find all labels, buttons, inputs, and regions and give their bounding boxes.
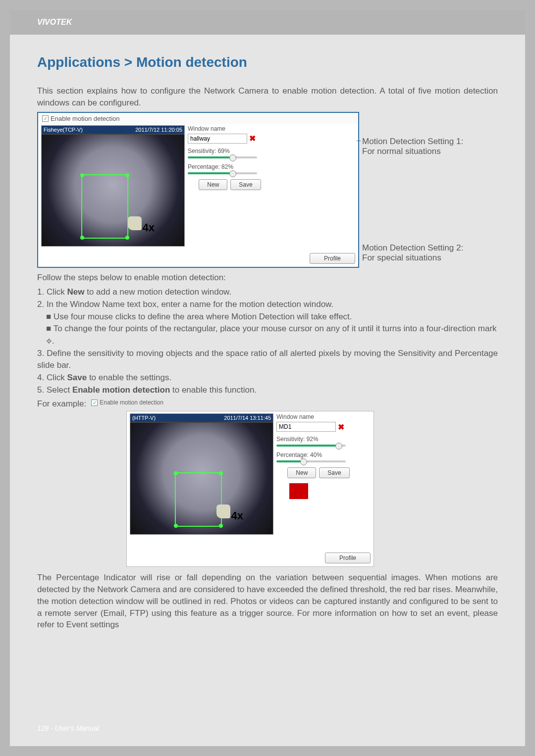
- example-label: For example:: [37, 399, 86, 409]
- sensitivity-label: Sensitivity: 69%: [188, 148, 230, 154]
- header-band: VIVOTEK: [10, 10, 525, 35]
- resize-handle-icon[interactable]: [125, 173, 129, 177]
- motion-window-rect[interactable]: [81, 174, 128, 239]
- resize-handle-icon[interactable]: [80, 173, 84, 177]
- trigger-indicator: [289, 483, 308, 499]
- window-name-row-2: ✖: [276, 422, 361, 432]
- profile-bar-2: Profile: [130, 553, 371, 563]
- profile-bar: Profile: [41, 253, 355, 264]
- section-title: Applications > Motion detection: [37, 54, 498, 70]
- camera-image-2: 4x: [130, 423, 273, 534]
- camera-image: 4x: [42, 135, 184, 246]
- sensitivity-row: Sensitivity: 69%: [188, 148, 272, 158]
- camera-view-2: (HTTP-V) 2011/7/14 13:11:45 4x: [130, 413, 273, 535]
- page-footer: 128 - User's Manual: [37, 724, 99, 732]
- intro-paragraph: This section explains how to configure t…: [37, 85, 498, 109]
- sensitivity-slider-2[interactable]: [276, 445, 346, 447]
- enable-checkbox-row: Enable motion detection: [38, 113, 358, 124]
- annotations: Motion Detection Setting 1: For normal s…: [362, 112, 498, 268]
- camera-timestamp-2: 2011/7/14 13:11:45: [224, 415, 271, 421]
- percentage-row-2: Percentage: 40%: [276, 452, 361, 462]
- sensitivity-slider[interactable]: [188, 156, 257, 158]
- camera-view: Fisheye(TCP-V) 2011/7/12 11:20:05 4x: [41, 125, 185, 247]
- screenshot1: Enable motion detection Fisheye(TCP-V) 2…: [37, 112, 359, 268]
- annotation-connector-icon: [358, 141, 360, 148]
- step-2-bullet-1: ■ Use four mouse clicks to define the ar…: [37, 311, 498, 323]
- sensitivity-row-2: Sensitivity: 92%: [276, 436, 361, 447]
- example-enable-label: Enable motion detection: [100, 399, 163, 406]
- annotation-1: Motion Detection Setting 1: For normal s…: [362, 137, 463, 156]
- camera-titlebar: Fisheye(TCP-V) 2011/7/12 11:20:05: [42, 126, 184, 134]
- resize-handle-icon[interactable]: [80, 236, 84, 240]
- step-4: 4. Click Save to enable the settings.: [37, 372, 498, 384]
- cam-area-2: (HTTP-V) 2011/7/14 13:11:45 4x: [127, 411, 374, 536]
- four-direction-icon: ✥: [46, 336, 52, 346]
- cam-area: Fisheye(TCP-V) 2011/7/12 11:20:05 4x: [38, 124, 358, 248]
- new-button-2[interactable]: New: [287, 467, 316, 478]
- checkbox-icon[interactable]: [91, 400, 98, 406]
- steps-lead: Follow the steps below to enable motion …: [37, 272, 498, 284]
- button-row: New Save: [188, 179, 272, 190]
- annotation-1-sub: For normal situations: [362, 147, 463, 156]
- annotation-connector-icon: [358, 251, 360, 258]
- brand-text: VIVOTEK: [37, 18, 72, 27]
- step-1: 1. Click New to add a new motion detecti…: [37, 286, 498, 299]
- camera-titlebar-2: (HTTP-V) 2011/7/14 13:11:45: [130, 414, 273, 422]
- sensitivity-label-2: Sensitivity: 92%: [276, 436, 319, 443]
- annotation-2: Motion Detection Setting 2: For special …: [362, 243, 463, 263]
- percentage-slider-2[interactable]: [276, 460, 346, 462]
- annotation-2-title: Motion Detection Setting 2:: [362, 243, 463, 253]
- zoom-4x-overlay-2: 4x: [231, 509, 243, 522]
- resize-handle-icon[interactable]: [174, 471, 178, 475]
- step-3: 3. Define the sensitivity to moving obje…: [37, 348, 498, 372]
- percentage-label: Percentage: 82%: [188, 163, 233, 170]
- settings-panel: Window name ✖ Sensitivity: 69% Percentag…: [188, 125, 272, 247]
- percentage-row: Percentage: 82%: [188, 163, 272, 174]
- annotation-2-sub: For special situations: [362, 253, 463, 263]
- resize-handle-icon[interactable]: [219, 524, 223, 528]
- window-name-input-2[interactable]: [276, 422, 336, 432]
- close-icon[interactable]: ✖: [249, 134, 256, 143]
- page: VIVOTEK Applications > Motion detection …: [10, 10, 525, 746]
- resize-handle-icon[interactable]: [125, 236, 129, 240]
- screenshot2: (HTTP-V) 2011/7/14 13:11:45 4x: [126, 411, 374, 567]
- checkbox-icon[interactable]: [42, 115, 49, 122]
- screenshot1-row: Enable motion detection Fisheye(TCP-V) 2…: [37, 112, 498, 268]
- enable-label: Enable motion detection: [51, 115, 119, 122]
- resize-handle-icon[interactable]: [219, 471, 223, 475]
- example-row: For example: Enable motion detection: [37, 399, 498, 409]
- camera-name-2: (HTTP-V): [132, 415, 156, 421]
- profile-button[interactable]: Profile: [310, 253, 355, 264]
- window-name-input[interactable]: [188, 134, 247, 144]
- camera-timestamp: 2011/7/12 11:20:05: [135, 127, 182, 133]
- camera-name: Fisheye(TCP-V): [44, 127, 83, 133]
- annotation-1-title: Motion Detection Setting 1:: [362, 137, 463, 147]
- bottom-paragraph: The Percentage Indicator will rise or fa…: [37, 572, 498, 631]
- resize-handle-icon[interactable]: [174, 524, 178, 528]
- settings-panel-2: Window name ✖ Sensitivity: 92% Percentag…: [276, 413, 361, 535]
- example-checkbox-row: Enable motion detection: [91, 399, 163, 406]
- zoom-4x-overlay: 4x: [143, 221, 155, 234]
- button-row-2: New Save: [276, 467, 361, 478]
- step-5: 5. Select Enable motion detection to ena…: [37, 384, 498, 397]
- step-2-bullet-2: ■ To change the four points of the recta…: [37, 323, 498, 347]
- window-name-label: Window name: [188, 125, 272, 132]
- new-button[interactable]: New: [199, 179, 227, 190]
- save-button[interactable]: Save: [230, 179, 261, 190]
- percentage-slider[interactable]: [188, 172, 257, 174]
- profile-button-2[interactable]: Profile: [325, 553, 371, 563]
- save-button-2[interactable]: Save: [319, 467, 349, 478]
- window-name-label-2: Window name: [276, 413, 361, 420]
- motion-window-rect-2[interactable]: [175, 472, 222, 527]
- percentage-label-2: Percentage: 40%: [276, 452, 322, 458]
- close-icon[interactable]: ✖: [338, 422, 344, 432]
- step-2: 2. In the Window Name text box, enter a …: [37, 299, 498, 311]
- steps-list: 1. Click New to add a new motion detecti…: [37, 286, 498, 396]
- window-name-row: ✖: [188, 134, 272, 144]
- content-area: Applications > Motion detection This sec…: [10, 35, 525, 644]
